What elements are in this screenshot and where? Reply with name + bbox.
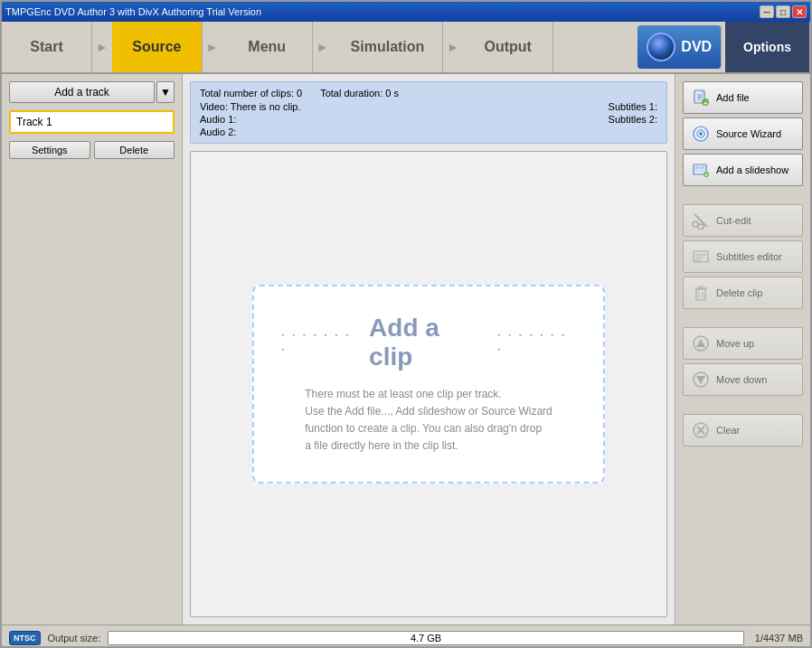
add-slideshow-icon: + [691, 160, 711, 180]
nav-arrow-1: ► [92, 22, 112, 72]
add-file-button[interactable]: + Add file [683, 81, 803, 114]
nav-arrow-4: ► [443, 22, 463, 72]
nav-options[interactable]: Options [725, 22, 810, 72]
move-up-label: Move up [716, 338, 754, 349]
add-file-icon: + [691, 88, 711, 108]
svg-rect-11 [700, 166, 704, 169]
add-clip-title: · · · · · · · · Add a clip · · · · · · ·… [281, 314, 576, 371]
track-1-item: Track 1 [9, 110, 175, 134]
clear-icon [691, 420, 711, 440]
svg-point-8 [699, 132, 703, 136]
right-sidebar: + Add file Source Wizard + Add a slidesh… [675, 74, 810, 625]
svg-line-15 [694, 214, 707, 227]
svg-text:+: + [703, 99, 708, 108]
spacer-1 [683, 190, 803, 201]
move-down-icon [691, 370, 711, 390]
nav-menu-label: Menu [248, 39, 286, 55]
subtitles-editor-icon [691, 247, 711, 267]
clip-info-bar: Total number of clips: 0 Total duration:… [190, 81, 667, 144]
statusbar: NTSC Output size: 4.7 GB 1/4437 MB [2, 625, 810, 648]
total-clips-label: Total number of clips: 0 [200, 88, 302, 99]
add-track-row: Add a track ▼ [9, 81, 175, 103]
svg-rect-24 [699, 286, 703, 288]
delete-clip-icon [691, 283, 711, 303]
size-info: 1/4437 MB [755, 633, 803, 643]
nav-output[interactable]: Output [463, 22, 553, 72]
svg-point-17 [698, 224, 703, 230]
track-buttons: Settings Delete [9, 141, 175, 159]
output-size-label: Output size: [48, 633, 101, 643]
nav-options-label: Options [743, 40, 791, 54]
nav-simulation-label: Simulation [351, 39, 425, 55]
svg-marker-28 [696, 339, 705, 347]
cut-edit-button[interactable]: Cut-edit [683, 204, 803, 237]
add-slideshow-label: Add a slideshow [716, 164, 788, 175]
svg-rect-10 [695, 166, 699, 169]
add-clip-description: There must be at least one clip per trac… [305, 386, 552, 455]
spacer-2 [683, 313, 803, 324]
center-panel: Total number of clips: 0 Total duration:… [183, 74, 675, 625]
svg-rect-12 [695, 170, 704, 172]
left-panel: Add a track ▼ Track 1 Settings Delete [2, 74, 183, 625]
clear-label: Clear [716, 425, 740, 436]
svg-rect-22 [696, 289, 705, 300]
main-content: Add a track ▼ Track 1 Settings Delete To… [2, 74, 810, 625]
minimize-button[interactable]: ─ [760, 5, 774, 18]
clip-info-left: Total number of clips: 0 Total duration:… [200, 88, 399, 99]
window-title: TMPGEnc DVD Author 3 with DivX Authoring… [5, 6, 261, 17]
add-slideshow-button[interactable]: + Add a slideshow [683, 154, 803, 186]
source-wizard-icon [691, 124, 711, 144]
settings-button[interactable]: Settings [9, 141, 90, 159]
nav-source[interactable]: Source [112, 22, 203, 72]
nav-start[interactable]: Start [2, 22, 92, 72]
svg-text:+: + [704, 172, 708, 178]
window-controls: ─ □ ✕ [760, 5, 807, 18]
dotted-left: · · · · · · · · [281, 328, 360, 357]
total-duration-label: Total duration: 0 s [320, 88, 399, 99]
add-track-button[interactable]: Add a track [9, 81, 155, 103]
delete-button[interactable]: Delete [94, 141, 175, 159]
source-wizard-label: Source Wizard [716, 128, 781, 139]
maximize-button[interactable]: □ [776, 5, 790, 18]
svg-marker-30 [696, 376, 705, 384]
audio1-info: Audio 1: [200, 114, 236, 125]
nav-arrow-3: ► [313, 22, 333, 72]
subtitles-editor-button[interactable]: Subtitles editor [683, 240, 803, 273]
nav-source-label: Source [132, 39, 181, 55]
nav-menu[interactable]: Menu [222, 22, 313, 72]
clip-info-row-1: Total number of clips: 0 Total duration:… [200, 88, 657, 99]
delete-clip-button[interactable]: Delete clip [683, 277, 803, 309]
titlebar: TMPGEnc DVD Author 3 with DivX Authoring… [2, 2, 810, 22]
track-1-label: Track 1 [16, 116, 52, 128]
add-track-dropdown[interactable]: ▼ [156, 81, 175, 103]
close-button[interactable]: ✕ [792, 5, 807, 18]
clip-area[interactable]: ⇧ · · · · · · · · Add a clip · · · · · ·… [190, 151, 667, 617]
subtitles1-info: Subtitles 1: [609, 101, 657, 112]
add-file-label: Add file [716, 92, 750, 103]
delete-clip-label: Delete clip [716, 287, 762, 298]
nav-dvd-label: DVD [681, 39, 712, 55]
clip-info-row-3: Audio 1: Subtitles 2: [200, 114, 657, 125]
svg-point-16 [693, 221, 698, 227]
source-wizard-button[interactable]: Source Wizard [683, 117, 803, 150]
clip-info-row-2: Video: There is no clip. Subtitles 1: [200, 101, 657, 112]
spacer-3 [683, 399, 803, 410]
move-down-button[interactable]: Move down [683, 363, 803, 396]
video-info: Video: There is no clip. [200, 101, 301, 112]
subtitles2-info: Subtitles 2: [609, 114, 657, 125]
output-bar: 4.7 GB [108, 631, 744, 645]
ntsc-badge: NTSC [9, 631, 41, 645]
nav-dvd[interactable]: DVD [637, 25, 722, 69]
nav-start-label: Start [30, 39, 62, 55]
add-clip-box: · · · · · · · · Add a clip · · · · · · ·… [252, 285, 605, 484]
move-up-icon [691, 333, 711, 353]
move-up-button[interactable]: Move up [683, 327, 803, 360]
dotted-right: · · · · · · · · [497, 328, 576, 357]
nav-arrow-2: ► [203, 22, 222, 72]
nav-output-label: Output [485, 39, 532, 55]
clip-info-row-4: Audio 2: [200, 127, 657, 137]
clear-button[interactable]: Clear [683, 414, 803, 446]
audio2-info: Audio 2: [200, 127, 236, 137]
nav-simulation[interactable]: Simulation [333, 22, 444, 72]
navbar: Start ► Source ► Menu ► Simulation ► Out… [2, 22, 810, 74]
